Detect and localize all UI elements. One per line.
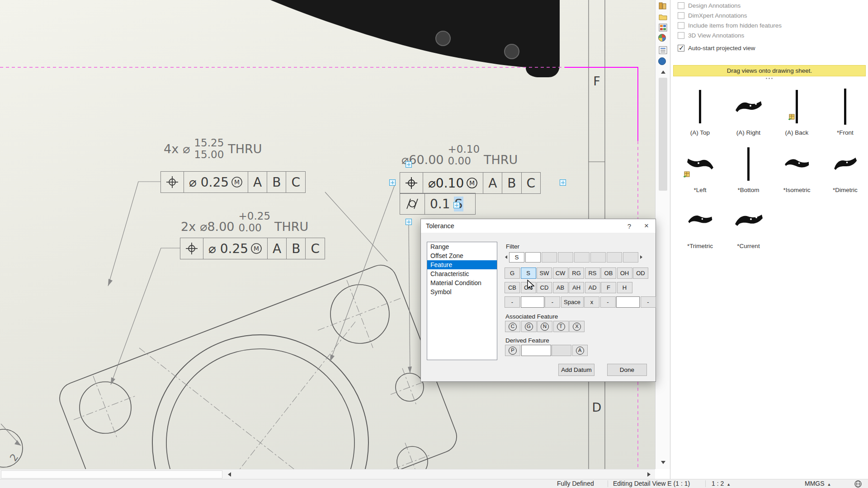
filter-scroll-right-icon[interactable] xyxy=(639,252,643,263)
done-button[interactable]: Done xyxy=(607,364,647,376)
selection-handle[interactable] xyxy=(406,219,412,225)
grid-button-x[interactable]: x xyxy=(584,296,599,308)
grid-button-rs[interactable]: RS xyxy=(585,267,600,279)
scroll-up-button[interactable] xyxy=(659,68,667,76)
view-palette-icon[interactable] xyxy=(658,23,668,32)
scroll-right-button[interactable] xyxy=(644,470,654,479)
design-library-icon[interactable] xyxy=(658,1,668,10)
grid-button-dash[interactable]: - xyxy=(641,296,656,308)
list-item-offset-zone[interactable]: Offset Zone xyxy=(427,251,497,260)
grid-button-f[interactable]: F xyxy=(601,282,616,293)
feature-control-frame-mid[interactable]: ⌀ 0.25 M A B C xyxy=(180,238,325,259)
filter-cell[interactable]: S xyxy=(509,252,524,263)
list-item-characteristic[interactable]: Characteristic xyxy=(427,269,497,278)
grid-button-sw[interactable]: SW xyxy=(537,267,552,279)
filter-scroll-left-icon[interactable] xyxy=(504,252,508,263)
grid-button-s[interactable]: S xyxy=(521,267,536,279)
selection-handle[interactable] xyxy=(453,202,460,208)
associated-n-button[interactable]: N xyxy=(537,321,552,332)
view-thumbnail-bottom[interactable]: *Bottom xyxy=(724,141,773,196)
grid-button-rg[interactable]: RG xyxy=(569,267,584,279)
selection-handle[interactable] xyxy=(406,161,412,168)
file-explorer-icon[interactable] xyxy=(658,12,668,21)
list-item-symbol[interactable]: Symbol xyxy=(427,287,497,296)
view-thumbnail-right[interactable]: (A) Right xyxy=(724,84,773,139)
section-splitter-handle[interactable] xyxy=(670,78,868,79)
selection-handle[interactable] xyxy=(560,179,566,186)
sheet-scale-selector[interactable]: 1 : 2▲ xyxy=(712,480,731,487)
custom-value-input[interactable] xyxy=(521,296,544,308)
feature-control-frame-row2[interactable]: 0.1 S xyxy=(400,193,476,215)
grid-button-ab[interactable]: AB xyxy=(553,282,568,293)
grid-button-space[interactable]: Space xyxy=(561,296,584,308)
associated-c-button[interactable]: C xyxy=(505,321,520,332)
grid-button-od[interactable]: OD xyxy=(633,267,648,279)
selection-handle[interactable] xyxy=(389,179,396,186)
checkbox[interactable] xyxy=(678,32,684,39)
thru-note: THRU xyxy=(228,142,262,156)
custom-properties-icon[interactable] xyxy=(658,46,668,55)
tolerance-category-list[interactable]: Range Offset Zone Feature Characteristic… xyxy=(427,242,497,360)
grid-button-g[interactable]: G xyxy=(505,267,520,279)
grid-button-cd[interactable]: CD xyxy=(537,282,552,293)
checkbox-include-hidden[interactable]: Include items from hidden features xyxy=(678,21,782,30)
dimension-2x-holes[interactable]: 2x ⌀8.00 +0.25 0.00 THRU xyxy=(181,211,308,234)
dialog-titlebar[interactable]: Tolerance xyxy=(421,219,656,233)
grid-button-h[interactable]: H xyxy=(617,282,632,293)
vertical-scrollbar-thumb[interactable] xyxy=(659,78,667,191)
dialog-close-button[interactable]: × xyxy=(638,219,655,233)
scroll-left-button[interactable] xyxy=(224,470,234,479)
grid-button-cb[interactable]: CB xyxy=(505,282,520,293)
checkbox[interactable] xyxy=(678,45,684,52)
view-thumbnail-dimetric[interactable]: *Dimetric xyxy=(821,141,868,196)
view-thumbnail-left[interactable]: *Left xyxy=(676,141,724,196)
grid-button-dash[interactable]: - xyxy=(600,296,616,308)
tolerance-entry[interactable]: 0.1 S xyxy=(425,193,475,214)
checkbox-dimxpert-annotations[interactable]: DimXpert Annotations xyxy=(678,11,747,20)
checkbox-auto-start-projected[interactable]: Auto-start projected view xyxy=(678,43,755,52)
checkbox[interactable] xyxy=(678,12,684,19)
associated-t-button[interactable]: T xyxy=(553,321,569,332)
checkbox[interactable] xyxy=(678,2,684,9)
filter-cell[interactable] xyxy=(525,252,541,263)
view-thumbnail-isometric[interactable]: *Isometric xyxy=(773,141,821,196)
associated-g-button[interactable]: G xyxy=(521,321,537,332)
dimension-4x-holes[interactable]: 4x ⌀ 15.25 15.00 THRU xyxy=(164,137,262,161)
dimension-bore[interactable]: ⌀60.00 +0.10 0.00 THRU xyxy=(401,144,518,167)
view-thumbnail-front[interactable]: *Front xyxy=(821,84,868,139)
list-item-material-condition[interactable]: Material Condition xyxy=(427,278,497,287)
derived-p-button[interactable]: P xyxy=(505,345,520,356)
horizontal-scrollbar-thumb[interactable] xyxy=(1,470,222,479)
view-thumbnail-top[interactable]: (A) Top xyxy=(676,84,724,139)
grid-button-cw[interactable]: CW xyxy=(553,267,568,279)
checkbox-design-annotations[interactable]: Design Annotations xyxy=(678,1,741,10)
appearances-icon[interactable] xyxy=(658,34,668,43)
custom-value-input[interactable] xyxy=(616,296,640,308)
grid-button-ob[interactable]: OB xyxy=(601,267,616,279)
view-thumbnail-current[interactable]: *Current xyxy=(724,197,773,252)
grid-button-dash[interactable]: - xyxy=(545,296,560,308)
view-thumbnail-back[interactable]: (A) Back xyxy=(773,84,821,139)
derived-value-input[interactable] xyxy=(521,345,551,356)
view-thumbnail-trimetric[interactable]: *Trimetric xyxy=(676,197,724,252)
feature-control-frame-active[interactable]: ⌀0.10 M A B C xyxy=(400,172,541,194)
dialog-help-button[interactable]: ? xyxy=(621,219,637,233)
associated-x-button[interactable]: X xyxy=(569,321,585,332)
horizontal-scrollbar[interactable] xyxy=(0,469,655,479)
checkbox-3d-view-annotations[interactable]: 3D View Annotations xyxy=(678,31,744,40)
scroll-down-button[interactable] xyxy=(659,458,667,467)
grid-button-dash[interactable]: - xyxy=(505,296,520,308)
globe-status-icon[interactable] xyxy=(854,480,862,488)
filter-character-row[interactable]: S xyxy=(504,252,643,263)
add-datum-button[interactable]: Add Datum xyxy=(558,364,594,376)
forum-icon[interactable] xyxy=(658,57,668,66)
derived-a-button[interactable]: A xyxy=(572,345,588,356)
checkbox[interactable] xyxy=(678,22,684,29)
grid-button-oh[interactable]: OH xyxy=(617,267,632,279)
grid-button-ad[interactable]: AD xyxy=(585,282,600,293)
list-item-range[interactable]: Range xyxy=(427,242,497,251)
grid-button-ah[interactable]: AH xyxy=(569,282,584,293)
feature-control-frame-top[interactable]: ⌀ 0.25 M A B C xyxy=(160,171,306,193)
list-item-feature[interactable]: Feature xyxy=(427,260,497,269)
unit-system-selector[interactable]: MMGS▲ xyxy=(805,480,831,487)
